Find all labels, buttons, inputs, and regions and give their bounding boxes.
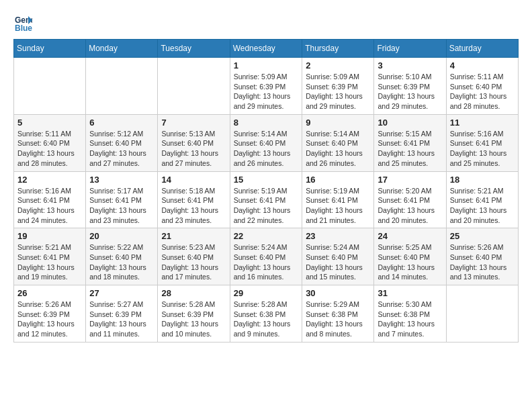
calendar-cell: 25Sunrise: 5:26 AM Sunset: 6:40 PM Dayli… — [446, 228, 518, 285]
day-info: Sunrise: 5:26 AM Sunset: 6:40 PM Dayligh… — [450, 242, 515, 282]
calendar-cell: 8Sunrise: 5:14 AM Sunset: 6:40 PM Daylig… — [230, 114, 302, 171]
column-header-tuesday: Tuesday — [158, 40, 230, 58]
calendar-cell — [86, 58, 158, 115]
day-number: 24 — [378, 231, 442, 241]
day-info: Sunrise: 5:28 AM Sunset: 6:38 PM Dayligh… — [234, 300, 298, 339]
calendar-cell: 12Sunrise: 5:16 AM Sunset: 6:41 PM Dayli… — [14, 171, 86, 228]
calendar-cell: 17Sunrise: 5:20 AM Sunset: 6:41 PM Dayli… — [374, 171, 446, 228]
day-info: Sunrise: 5:11 AM Sunset: 6:40 PM Dayligh… — [450, 72, 515, 111]
day-info: Sunrise: 5:24 AM Sunset: 6:40 PM Dayligh… — [306, 242, 370, 282]
day-number: 4 — [450, 60, 515, 71]
day-number: 23 — [306, 231, 370, 241]
day-number: 10 — [378, 118, 442, 128]
day-number: 31 — [378, 288, 442, 298]
day-number: 6 — [89, 118, 154, 128]
day-number: 17 — [378, 175, 442, 185]
day-number: 29 — [234, 288, 298, 298]
day-number: 3 — [378, 60, 442, 71]
column-header-thursday: Thursday — [302, 40, 374, 58]
day-info: Sunrise: 5:24 AM Sunset: 6:40 PM Dayligh… — [234, 242, 298, 282]
day-info: Sunrise: 5:29 AM Sunset: 6:38 PM Dayligh… — [306, 300, 370, 339]
calendar-cell: 4Sunrise: 5:11 AM Sunset: 6:40 PM Daylig… — [446, 58, 518, 115]
calendar-cell — [14, 58, 86, 115]
calendar-cell: 11Sunrise: 5:16 AM Sunset: 6:41 PM Dayli… — [446, 114, 518, 171]
column-header-friday: Friday — [374, 40, 446, 58]
day-info: Sunrise: 5:15 AM Sunset: 6:41 PM Dayligh… — [378, 129, 442, 169]
day-info: Sunrise: 5:23 AM Sunset: 6:40 PM Dayligh… — [161, 242, 226, 282]
day-info: Sunrise: 5:28 AM Sunset: 6:39 PM Dayligh… — [161, 300, 226, 339]
day-number: 19 — [17, 231, 82, 241]
day-number: 18 — [450, 175, 515, 185]
calendar-cell: 13Sunrise: 5:17 AM Sunset: 6:41 PM Dayli… — [86, 171, 158, 228]
day-number: 21 — [161, 231, 226, 241]
day-number: 11 — [450, 118, 515, 128]
calendar-cell: 10Sunrise: 5:15 AM Sunset: 6:41 PM Dayli… — [374, 114, 446, 171]
calendar-table: SundayMondayTuesdayWednesdayThursdayFrid… — [13, 39, 519, 342]
column-header-wednesday: Wednesday — [230, 40, 302, 58]
day-info: Sunrise: 5:22 AM Sunset: 6:40 PM Dayligh… — [89, 242, 154, 282]
calendar-cell: 26Sunrise: 5:26 AM Sunset: 6:39 PM Dayli… — [14, 285, 86, 342]
day-info: Sunrise: 5:17 AM Sunset: 6:41 PM Dayligh… — [89, 186, 154, 226]
day-info: Sunrise: 5:14 AM Sunset: 6:40 PM Dayligh… — [234, 129, 298, 169]
day-info: Sunrise: 5:27 AM Sunset: 6:39 PM Dayligh… — [89, 300, 154, 339]
day-info: Sunrise: 5:16 AM Sunset: 6:41 PM Dayligh… — [450, 129, 515, 169]
calendar-cell: 29Sunrise: 5:28 AM Sunset: 6:38 PM Dayli… — [230, 285, 302, 342]
calendar-cell: 30Sunrise: 5:29 AM Sunset: 6:38 PM Dayli… — [302, 285, 374, 342]
calendar-cell: 2Sunrise: 5:09 AM Sunset: 6:39 PM Daylig… — [302, 58, 374, 115]
day-number: 14 — [161, 175, 226, 185]
calendar-cell: 28Sunrise: 5:28 AM Sunset: 6:39 PM Dayli… — [158, 285, 230, 342]
calendar-cell: 31Sunrise: 5:30 AM Sunset: 6:38 PM Dayli… — [374, 285, 446, 342]
logo: General Blue — [13, 13, 34, 32]
calendar-cell: 24Sunrise: 5:25 AM Sunset: 6:40 PM Dayli… — [374, 228, 446, 285]
calendar-cell — [158, 58, 230, 115]
day-number: 26 — [17, 288, 82, 298]
calendar-cell: 15Sunrise: 5:19 AM Sunset: 6:41 PM Dayli… — [230, 171, 302, 228]
day-number: 13 — [89, 175, 154, 185]
day-info: Sunrise: 5:13 AM Sunset: 6:40 PM Dayligh… — [161, 129, 226, 169]
day-number: 5 — [17, 118, 82, 128]
day-info: Sunrise: 5:19 AM Sunset: 6:41 PM Dayligh… — [234, 186, 298, 226]
day-info: Sunrise: 5:20 AM Sunset: 6:41 PM Dayligh… — [378, 186, 442, 226]
calendar-week-row: 19Sunrise: 5:21 AM Sunset: 6:41 PM Dayli… — [14, 228, 519, 285]
calendar-header-row: SundayMondayTuesdayWednesdayThursdayFrid… — [14, 40, 519, 58]
day-number: 9 — [306, 118, 370, 128]
day-number: 15 — [234, 175, 298, 185]
svg-text:Blue: Blue — [15, 24, 32, 32]
calendar-cell: 1Sunrise: 5:09 AM Sunset: 6:39 PM Daylig… — [230, 58, 302, 115]
day-info: Sunrise: 5:16 AM Sunset: 6:41 PM Dayligh… — [17, 186, 82, 226]
day-number: 8 — [234, 118, 298, 128]
calendar-cell: 3Sunrise: 5:10 AM Sunset: 6:39 PM Daylig… — [374, 58, 446, 115]
day-info: Sunrise: 5:09 AM Sunset: 6:39 PM Dayligh… — [234, 72, 298, 111]
day-info: Sunrise: 5:12 AM Sunset: 6:40 PM Dayligh… — [89, 129, 154, 169]
day-number: 27 — [89, 288, 154, 298]
day-info: Sunrise: 5:21 AM Sunset: 6:41 PM Dayligh… — [17, 242, 82, 282]
calendar-cell: 20Sunrise: 5:22 AM Sunset: 6:40 PM Dayli… — [86, 228, 158, 285]
day-number: 30 — [306, 288, 370, 298]
day-info: Sunrise: 5:26 AM Sunset: 6:39 PM Dayligh… — [17, 300, 82, 339]
day-info: Sunrise: 5:21 AM Sunset: 6:41 PM Dayligh… — [450, 186, 515, 226]
calendar-cell: 27Sunrise: 5:27 AM Sunset: 6:39 PM Dayli… — [86, 285, 158, 342]
day-number: 20 — [89, 231, 154, 241]
calendar-cell: 14Sunrise: 5:18 AM Sunset: 6:41 PM Dayli… — [158, 171, 230, 228]
day-number: 22 — [234, 231, 298, 241]
calendar-week-row: 5Sunrise: 5:11 AM Sunset: 6:40 PM Daylig… — [14, 114, 519, 171]
calendar-cell: 22Sunrise: 5:24 AM Sunset: 6:40 PM Dayli… — [230, 228, 302, 285]
column-header-saturday: Saturday — [446, 40, 518, 58]
calendar-cell: 6Sunrise: 5:12 AM Sunset: 6:40 PM Daylig… — [86, 114, 158, 171]
day-info: Sunrise: 5:10 AM Sunset: 6:39 PM Dayligh… — [378, 72, 442, 111]
day-info: Sunrise: 5:30 AM Sunset: 6:38 PM Dayligh… — [378, 300, 442, 339]
calendar-cell — [446, 285, 518, 342]
day-info: Sunrise: 5:14 AM Sunset: 6:40 PM Dayligh… — [306, 129, 370, 169]
day-info: Sunrise: 5:18 AM Sunset: 6:41 PM Dayligh… — [161, 186, 226, 226]
calendar-cell: 21Sunrise: 5:23 AM Sunset: 6:40 PM Dayli… — [158, 228, 230, 285]
calendar-cell: 9Sunrise: 5:14 AM Sunset: 6:40 PM Daylig… — [302, 114, 374, 171]
calendar-cell: 18Sunrise: 5:21 AM Sunset: 6:41 PM Dayli… — [446, 171, 518, 228]
calendar-cell: 23Sunrise: 5:24 AM Sunset: 6:40 PM Dayli… — [302, 228, 374, 285]
day-info: Sunrise: 5:11 AM Sunset: 6:40 PM Dayligh… — [17, 129, 82, 169]
calendar-cell: 5Sunrise: 5:11 AM Sunset: 6:40 PM Daylig… — [14, 114, 86, 171]
column-header-sunday: Sunday — [14, 40, 86, 58]
calendar-cell: 19Sunrise: 5:21 AM Sunset: 6:41 PM Dayli… — [14, 228, 86, 285]
day-number: 7 — [161, 118, 226, 128]
calendar-week-row: 1Sunrise: 5:09 AM Sunset: 6:39 PM Daylig… — [14, 58, 519, 115]
column-header-monday: Monday — [86, 40, 158, 58]
